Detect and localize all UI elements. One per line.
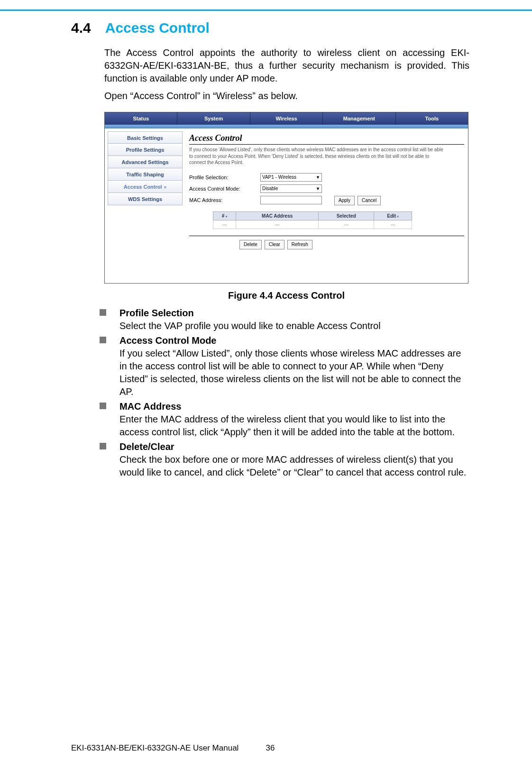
list-item: MAC Address Enter the MAC address of the… xyxy=(100,400,469,439)
page-top-rule xyxy=(0,9,532,11)
top-tab-system[interactable]: System xyxy=(177,112,250,125)
panel-help-text: If you choose 'Allowed Listed', only tho… xyxy=(189,147,445,166)
cell-empty: --- xyxy=(236,220,319,229)
col-edit[interactable]: Edit♦ xyxy=(374,211,412,220)
chevron-down-icon: ▼ xyxy=(316,186,320,191)
square-bullet-icon xyxy=(100,403,106,409)
mac-table: #♦ MAC Address Selected Edit♦ --- --- --… xyxy=(213,211,412,229)
section-title: Access Control xyxy=(105,20,210,36)
bullet-title: Access Control Mode xyxy=(119,334,469,347)
col-index[interactable]: #♦ xyxy=(213,211,236,220)
sidebar-item-access-control[interactable]: Access Control» xyxy=(108,181,183,193)
profile-selection-select[interactable]: VAP1 - Wireless ▼ xyxy=(260,173,322,182)
refresh-button[interactable]: Refresh xyxy=(287,240,312,249)
clear-button[interactable]: Clear xyxy=(265,240,284,249)
intro-paragraph-2: Open “Access Control” in “Wireless” as b… xyxy=(104,90,469,102)
list-item: Delete/Clear Check the box before one or… xyxy=(100,440,469,479)
bullet-title: Delete/Clear xyxy=(119,440,469,453)
profile-selection-value: VAP1 - Wireless xyxy=(262,174,296,180)
bullet-desc: If you select “Allow Listed”, only those… xyxy=(119,347,469,398)
section-header: 4.4 Access Control xyxy=(71,20,469,36)
figure-caption: Figure 4.4 Access Control xyxy=(104,290,468,301)
sidebar: Basic Settings Profile Settings Advanced… xyxy=(105,128,185,283)
section-number: 4.4 xyxy=(71,20,91,36)
top-tab-tools[interactable]: Tools xyxy=(396,112,468,125)
apply-button[interactable]: Apply xyxy=(334,196,355,205)
mac-address-input[interactable] xyxy=(260,196,322,204)
sort-icon: ♦ xyxy=(225,214,227,219)
divider xyxy=(189,144,464,145)
list-item: Access Control Mode If you select “Allow… xyxy=(100,334,469,398)
sidebar-item-basic-settings[interactable]: Basic Settings xyxy=(108,131,183,144)
col-selected[interactable]: Selected xyxy=(319,211,374,220)
sidebar-item-advanced-settings[interactable]: Advanced Settings xyxy=(108,156,183,168)
footer-manual-title: EKI-6331AN-BE/EKI-6332GN-AE User Manual xyxy=(71,743,238,753)
cell-empty: --- xyxy=(319,220,374,229)
sidebar-item-traffic-shaping[interactable]: Traffic Shaping xyxy=(108,168,183,181)
chevron-right-icon: » xyxy=(164,184,167,190)
bullet-title: Profile Selection xyxy=(119,307,469,320)
access-control-mode-value: Disable xyxy=(262,186,278,191)
chevron-down-icon: ▼ xyxy=(316,175,320,180)
square-bullet-icon xyxy=(100,337,106,343)
profile-selection-label: Profile Selection: xyxy=(189,174,260,180)
top-tab-status[interactable]: Status xyxy=(105,112,177,125)
bullet-desc: Enter the MAC address of the wireless cl… xyxy=(119,413,469,439)
delete-button[interactable]: Delete xyxy=(239,240,262,249)
embedded-screenshot: Status System Wireless Management Tools … xyxy=(104,112,468,284)
top-tab-wireless[interactable]: Wireless xyxy=(250,112,323,125)
list-item: Profile Selection Select the VAP profile… xyxy=(100,307,469,332)
panel-title: Access Control xyxy=(189,133,464,143)
sidebar-item-wds-settings[interactable]: WDS Settings xyxy=(108,193,183,205)
cell-empty: --- xyxy=(213,220,236,229)
sidebar-item-profile-settings[interactable]: Profile Settings xyxy=(108,144,183,156)
square-bullet-icon xyxy=(100,309,106,316)
mac-address-label: MAC Address: xyxy=(189,197,260,203)
sidebar-item-label: Access Control xyxy=(124,184,162,190)
sort-icon: ♦ xyxy=(397,214,399,219)
footer-page-number: 36 xyxy=(266,743,275,753)
square-bullet-icon xyxy=(100,443,106,449)
bullet-title: MAC Address xyxy=(119,400,469,413)
cell-empty: --- xyxy=(374,220,412,229)
access-control-mode-label: Access Control Mode: xyxy=(189,186,260,192)
intro-paragraph-1: The Access Control appoints the authorit… xyxy=(104,46,469,85)
top-subbar xyxy=(105,125,468,128)
table-row: --- --- --- --- xyxy=(213,220,412,229)
bullet-desc: Select the VAP profile you would like to… xyxy=(119,320,469,332)
col-mac[interactable]: MAC Address xyxy=(236,211,319,220)
page-footer: EKI-6331AN-BE/EKI-6332GN-AE User Manual … xyxy=(71,743,469,753)
divider xyxy=(189,236,464,236)
access-control-mode-select[interactable]: Disable ▼ xyxy=(260,184,322,193)
bullet-desc: Check the box before one or more MAC add… xyxy=(119,453,469,479)
cancel-button[interactable]: Cancel xyxy=(358,196,381,205)
top-tab-management[interactable]: Management xyxy=(323,112,395,125)
